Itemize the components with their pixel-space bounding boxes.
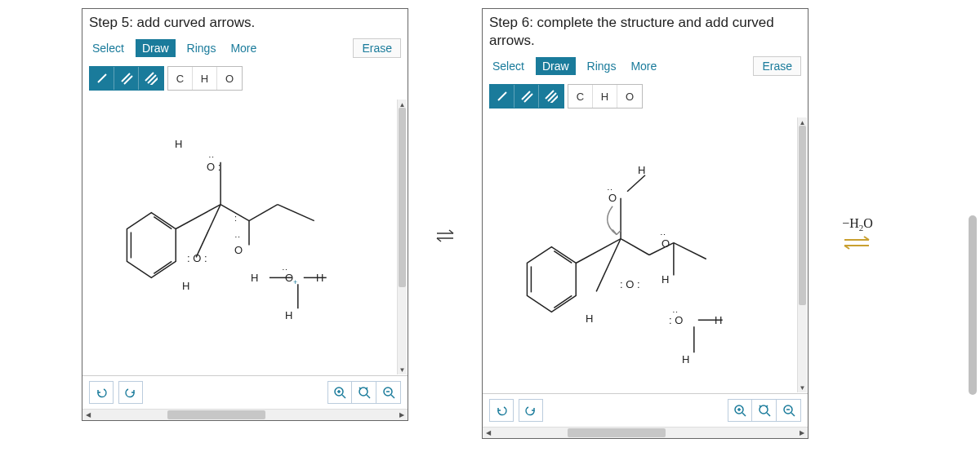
panel-step6: Step 6: complete the structure and add c… — [482, 8, 808, 465]
hscroll-thumb[interactable] — [568, 428, 666, 437]
atom-label-o-lone: : O : — [620, 278, 640, 290]
redo-icon — [124, 386, 137, 399]
rings-tab[interactable]: Rings — [584, 58, 620, 74]
atom-label-o: O — [662, 237, 670, 250]
zoom-fit-button[interactable] — [352, 381, 376, 404]
triple-bond-button[interactable] — [139, 67, 163, 90]
zoom-fit-button[interactable] — [752, 399, 777, 422]
zoom-in-button[interactable] — [327, 381, 352, 404]
hscroll-thumb[interactable] — [167, 410, 265, 419]
atom-label-h: H — [662, 273, 669, 286]
atom-h-button[interactable]: H — [593, 85, 617, 108]
svg-line-43 — [596, 239, 621, 292]
atom-label-h: H — [175, 138, 182, 150]
svg-line-50 — [627, 175, 645, 192]
scroll-down-icon[interactable]: ▼ — [798, 383, 807, 392]
toolbar: Select Draw Rings More Erase — [82, 35, 408, 64]
scroll-right-icon[interactable]: ▶ — [796, 429, 808, 436]
page-vscroll[interactable] — [969, 3, 977, 471]
svg-line-8 — [154, 217, 172, 229]
canvas-vscroll[interactable]: ▲ ▼ — [797, 117, 807, 392]
scroll-left-icon[interactable]: ◀ — [483, 429, 494, 436]
lone-pair-dots: ‥ — [660, 227, 666, 237]
zoom-out-button[interactable] — [777, 399, 801, 422]
redo-icon — [524, 404, 537, 417]
canvas-hscroll[interactable]: ◀ ▶ — [82, 409, 408, 420]
svg-line-52 — [742, 413, 746, 416]
svg-line-0 — [98, 74, 106, 82]
zoom-out-icon — [382, 386, 395, 399]
scroll-left-icon[interactable]: ◀ — [82, 411, 94, 419]
zoom-group — [327, 381, 401, 404]
toolbar: Select Draw Rings More Erase — [483, 53, 808, 82]
page-vscroll-thumb[interactable] — [969, 215, 977, 395]
bond-atom-row: C H O — [483, 82, 808, 117]
draw-tab[interactable]: Draw — [536, 57, 576, 75]
triple-bond-button[interactable] — [539, 85, 564, 108]
svg-line-21 — [342, 395, 345, 398]
molecule-svg — [483, 117, 808, 393]
atom-label-o: O — [234, 244, 243, 256]
atom-label-h: H — [251, 272, 258, 284]
erase-button[interactable]: Erase — [353, 38, 401, 58]
atom-label-o: O — [285, 272, 293, 284]
single-bond-button[interactable] — [90, 67, 114, 90]
atom-label-o: O — [608, 192, 617, 204]
scroll-right-icon[interactable]: ▶ — [396, 411, 408, 419]
equilibrium-svg — [434, 225, 457, 248]
erase-button[interactable]: Erase — [753, 56, 801, 76]
charge-plus: + — [293, 278, 297, 286]
vscroll-thumb[interactable] — [799, 126, 806, 305]
zoom-in-icon — [733, 404, 746, 417]
canvas-vscroll[interactable]: ▲ ▼ — [397, 100, 407, 374]
atom-h-button[interactable]: H — [193, 67, 217, 90]
svg-line-31 — [498, 92, 506, 100]
scroll-down-icon[interactable]: ▼ — [398, 365, 407, 374]
undo-button[interactable] — [489, 399, 514, 422]
drawing-canvas[interactable]: H ‥ O : O : H ‥ O H ‥ : O H H ▲ ▼ — [483, 117, 808, 394]
bond-group — [89, 66, 164, 91]
svg-marker-37 — [527, 247, 576, 312]
bond-group — [489, 84, 564, 109]
bottom-toolbar — [483, 394, 808, 427]
equilibrium-arrow-icon — [841, 234, 874, 252]
svg-line-10 — [176, 205, 220, 229]
lone-pair-dots: ‥ — [208, 149, 214, 160]
atom-group: C H O — [167, 66, 243, 91]
undo-button[interactable] — [89, 381, 114, 404]
rings-tab[interactable]: Rings — [184, 40, 220, 56]
svg-line-44 — [621, 239, 649, 255]
zoom-in-button[interactable] — [728, 399, 752, 422]
redo-button[interactable] — [519, 399, 543, 422]
double-bond-button[interactable] — [514, 85, 539, 108]
atom-label-h: H — [182, 280, 189, 292]
atom-c-button[interactable]: C — [568, 85, 593, 108]
zoom-in-icon — [333, 386, 346, 399]
atom-label-o-colon: O : — [207, 161, 220, 173]
atom-label-h: H — [316, 272, 323, 284]
select-tab[interactable]: Select — [89, 40, 127, 56]
undo-icon — [495, 404, 508, 417]
draw-tab[interactable]: Draw — [136, 39, 176, 57]
atom-o-button[interactable]: O — [217, 67, 242, 90]
more-tab[interactable]: More — [227, 40, 260, 56]
select-tab[interactable]: Select — [489, 58, 528, 74]
more-tab[interactable]: More — [627, 58, 660, 74]
redo-button[interactable] — [118, 381, 143, 404]
zoom-out-button[interactable] — [376, 381, 401, 404]
svg-line-12 — [196, 205, 220, 258]
double-bond-button[interactable] — [114, 67, 139, 90]
bond-atom-row: C H O — [82, 64, 408, 99]
atom-label-h: H — [715, 314, 722, 326]
vscroll-thumb[interactable] — [399, 108, 406, 287]
atom-label-o-left: : O — [669, 314, 683, 326]
atom-c-button[interactable]: C — [168, 67, 193, 90]
svg-line-25 — [367, 395, 370, 398]
svg-line-39 — [554, 251, 572, 264]
atom-o-button[interactable]: O — [617, 85, 642, 108]
drawing-canvas[interactable]: H ‥ O : : O ‥ : O : H H ‥ O + H H ▲ — [82, 99, 408, 376]
atom-group: C H O — [568, 84, 643, 109]
zoom-fit-icon — [758, 404, 771, 417]
canvas-hscroll[interactable]: ◀ ▶ — [483, 427, 808, 438]
single-bond-button[interactable] — [490, 85, 514, 108]
